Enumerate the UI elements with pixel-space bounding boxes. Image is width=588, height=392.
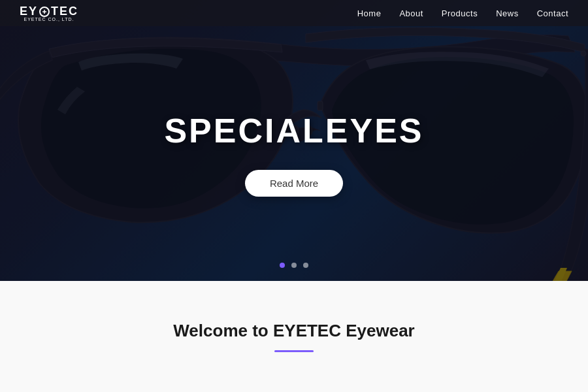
slider-dot-3[interactable] [303,263,308,268]
logo-subtitle: EYETEC CO., LTD. [24,17,74,22]
main-nav: Home About Products News Contact [357,8,568,18]
hero-content: SPECIALEYES Read More [164,111,423,197]
slider-dot-2[interactable] [291,263,297,268]
slider-dot-1[interactable] [280,263,285,268]
slider-dots [280,263,308,268]
nav-home[interactable]: Home [357,8,382,18]
nav-news[interactable]: News [496,8,519,18]
logo-text: EY TEC [20,5,78,18]
logo-circle-icon [39,7,50,17]
nav-about[interactable]: About [399,8,423,18]
hero-title: SPECIALEYES [164,111,423,150]
header: EY TEC EYETEC CO., LTD. Home About Produ… [0,0,588,26]
welcome-divider [274,350,314,352]
welcome-title: Welcome to EYETEC Eyewear [173,321,414,341]
nav-products[interactable]: Products [442,8,478,18]
logo: EY TEC EYETEC CO., LTD. [20,5,78,22]
read-more-button[interactable]: Read More [245,170,343,197]
hero-section: SPECIALEYES Read More [0,0,588,281]
welcome-section: Welcome to EYETEC Eyewear [0,281,588,392]
nav-contact[interactable]: Contact [537,8,568,18]
